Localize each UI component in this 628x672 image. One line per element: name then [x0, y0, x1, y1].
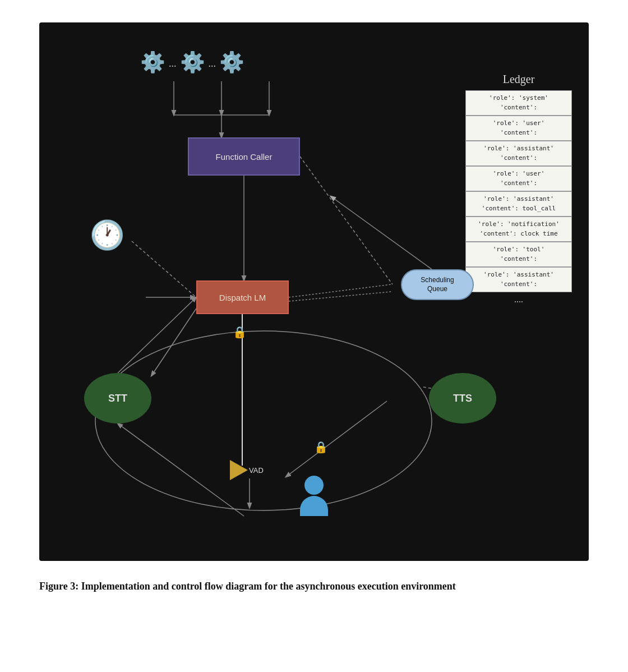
tts-node: TTS [429, 373, 496, 424]
tts-label: TTS [453, 393, 472, 404]
svg-line-8 [289, 284, 391, 297]
svg-line-10 [331, 196, 432, 269]
clock-icon: 🕐 [90, 219, 124, 251]
svg-point-11 [95, 331, 432, 510]
function-caller-box: Function Caller [188, 137, 300, 176]
svg-line-9 [289, 292, 391, 301]
ledger-dots: .... [465, 292, 572, 307]
person-head [304, 476, 324, 495]
tool-dots-2: ... [209, 58, 216, 74]
tools-row: ⚙️ ... ⚙️ ... ⚙️ [140, 50, 244, 74]
svg-line-14 [286, 401, 387, 477]
tool-icon-2: ⚙️ [180, 50, 205, 74]
ledger-item-0: 'role': 'system''content': [465, 90, 572, 116]
lock-icon-2: 🔒 [314, 440, 328, 454]
stt-label: STT [108, 393, 127, 404]
person-body [300, 496, 328, 516]
tool-icon-1: ⚙️ [140, 50, 165, 74]
lock-icon-1: 🔒 [233, 325, 247, 339]
svg-line-12 [151, 309, 196, 376]
ledger-container: Ledger 'role': 'system''content': 'role'… [465, 73, 572, 307]
tool-icon-3: ⚙️ [219, 50, 244, 74]
vad-label: VAD [249, 466, 264, 475]
svg-line-15 [118, 297, 196, 373]
svg-line-7 [300, 157, 392, 284]
ledger-item-3: 'role': 'user''content': [465, 166, 572, 191]
scheduling-queue-label: SchedulingQueue [421, 276, 454, 293]
ledger-title: Ledger [465, 73, 572, 86]
dispatch-lm-label: Dispatch LM [219, 293, 266, 302]
scheduling-queue-box: SchedulingQueue [401, 269, 474, 300]
svg-line-6 [132, 241, 196, 297]
diagram-area: ⚙️ ... ⚙️ ... ⚙️ Function Caller Ledger … [50, 39, 578, 544]
function-caller-label: Function Caller [216, 152, 273, 162]
vad-triangle [230, 460, 248, 480]
stt-node: STT [84, 373, 151, 424]
vad-node: VAD [230, 460, 264, 480]
ledger-items: 'role': 'system''content': 'role': 'user… [465, 90, 572, 292]
figure-diagram: ⚙️ ... ⚙️ ... ⚙️ Function Caller Ledger … [39, 22, 589, 561]
ledger-item-6: 'role': 'tool''content': [465, 242, 572, 267]
caption-text: Figure 3: Implementation and control flo… [39, 581, 456, 592]
ledger-item-2: 'role': 'assistant''content': [465, 141, 572, 166]
tool-dots-1: ... [169, 58, 177, 74]
dispatch-lm-box: Dispatch LM [196, 280, 289, 314]
ledger-item-1: 'role': 'user''content': [465, 116, 572, 141]
ledger-item-4: 'role': 'assistant''content': tool_call [465, 191, 572, 217]
ledger-item-7: 'role': 'assistant''content': [465, 267, 572, 292]
person-icon [300, 476, 328, 516]
ledger-item-5: 'role': 'notification''content': clock t… [465, 217, 572, 242]
figure-caption: Figure 3: Implementation and control flo… [39, 579, 589, 594]
svg-line-17 [118, 424, 244, 516]
